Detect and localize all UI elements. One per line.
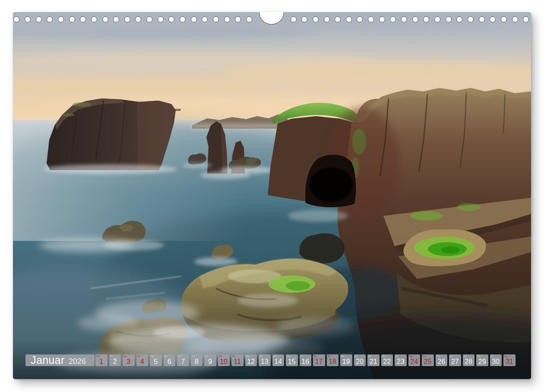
calendar-day-cell: Di13 (259, 354, 271, 366)
calendar-day-cell: Sa17 (313, 354, 325, 366)
binding-hole (313, 16, 319, 22)
binding-hole (191, 16, 197, 22)
calendar-day-cell: Sa31 (503, 354, 516, 366)
binding-hole (412, 16, 418, 22)
month-panel: Januar 2026 (25, 354, 95, 366)
day-number: 12 (245, 358, 257, 365)
day-number: 30 (490, 358, 502, 365)
binding-hole (25, 16, 31, 22)
day-number: 24 (408, 358, 421, 365)
day-number: 28 (463, 358, 475, 365)
calendar-day-cell: Mi14 (272, 354, 285, 366)
calendar-day-cell: Fr30 (490, 354, 502, 366)
calendar-day-cell: So25 (422, 354, 434, 366)
calendar-day-cell: Do29 (476, 354, 488, 366)
calendar-day-cell: So11 (231, 354, 244, 366)
binding-hole (401, 16, 407, 22)
day-number: 22 (381, 358, 393, 365)
weekday-label: Sa (504, 355, 508, 357)
day-number: 13 (259, 358, 271, 365)
calendar-day-cell: Sa24 (408, 354, 421, 366)
weekday-label: Mo (246, 355, 250, 357)
weekday-label: Mi (368, 355, 371, 357)
binding-hole (379, 16, 385, 22)
weekday-label: Di (355, 355, 357, 357)
calendar-day-cell: Mi21 (367, 354, 380, 366)
calendar-day-cell: Di20 (354, 354, 366, 366)
binding-hole (368, 16, 374, 22)
calendar-day-cell: Mi28 (463, 354, 475, 366)
binding-hole (36, 16, 42, 22)
weekday-label: Mo (436, 355, 440, 357)
calendar-day-cell: So4 (136, 354, 149, 366)
weekday-label: Do (382, 355, 386, 357)
weekday-label: Do (477, 355, 481, 357)
binding-hole (213, 16, 219, 22)
calendar-day-cell: Fr16 (300, 354, 312, 366)
day-number: 14 (272, 358, 285, 365)
binding-hole (146, 16, 152, 22)
day-number: 16 (300, 358, 312, 365)
weekday-label: Do (287, 355, 290, 357)
weekday-label: Fr (491, 355, 493, 357)
day-number: 31 (503, 358, 516, 365)
calendar-day-cell: Di27 (449, 354, 461, 366)
weekday-label: Mi (464, 355, 467, 357)
calendar-day-cell: Di6 (164, 354, 176, 366)
weekday-label: Sa (123, 355, 127, 357)
day-number: 2 (109, 358, 121, 365)
weekday-label: Di (164, 355, 167, 357)
binding-hole (346, 16, 352, 22)
day-number: 1 (95, 358, 108, 365)
calendar-day-cell: Mo19 (340, 354, 352, 366)
calendar-day-cell: Mo12 (245, 354, 257, 366)
day-number: 21 (367, 358, 380, 365)
day-number: 8 (191, 358, 203, 365)
weekday-label: Mo (341, 355, 345, 357)
calendar-day-cell: Fr2 (109, 354, 121, 366)
day-number: 29 (476, 358, 488, 365)
calendar-day-cell: Fr9 (204, 354, 216, 366)
day-number: 17 (313, 358, 325, 365)
binding-hole (468, 16, 474, 22)
binding-hole (479, 16, 485, 22)
weekday-label: So (232, 355, 236, 357)
weekday-label: Mi (178, 355, 181, 357)
binding-hole (434, 16, 440, 22)
landscape-photo (13, 12, 531, 379)
weekday-label: Di (450, 355, 452, 357)
day-number: 10 (218, 358, 230, 365)
calendar-day-cell: Do22 (381, 354, 393, 366)
weekday-label: Mi (273, 355, 276, 357)
calendar-day-cell: Mi7 (177, 354, 189, 366)
weekday-label: So (423, 355, 426, 357)
calendar-day-cell: Fr23 (395, 354, 407, 366)
day-number: 18 (327, 358, 339, 365)
day-number: 20 (354, 358, 366, 365)
day-number: 5 (150, 358, 162, 365)
weekday-label: Mo (151, 355, 155, 357)
weekday-label: Sa (314, 355, 317, 357)
weekday-label: Do (96, 355, 100, 357)
binding-hole (91, 16, 97, 22)
weekday-label: So (328, 355, 331, 357)
weekday-label: Do (192, 355, 195, 357)
binding-hole (158, 16, 164, 22)
month-label: Januar (31, 355, 65, 366)
calendar-day-cell: Mo5 (150, 354, 162, 366)
year-label: 2026 (69, 357, 86, 365)
wall-calendar-page: { "calendar_strip": { "month_label": "Ja… (0, 0, 544, 392)
weekday-label: Fr (110, 355, 113, 357)
weekday-label: Sa (219, 355, 222, 357)
weekday-label: Fr (300, 355, 303, 357)
calendar-day-cell: Sa3 (123, 354, 135, 366)
day-number: 15 (286, 358, 298, 365)
binding-hole (180, 16, 186, 22)
day-number: 7 (177, 358, 189, 365)
weekday-label: Fr (395, 355, 398, 357)
day-number: 19 (340, 358, 352, 365)
weekday-label: So (137, 355, 141, 357)
binding-hole (224, 16, 230, 22)
weekday-label: Sa (409, 355, 413, 357)
weekday-label: Di (259, 355, 262, 357)
